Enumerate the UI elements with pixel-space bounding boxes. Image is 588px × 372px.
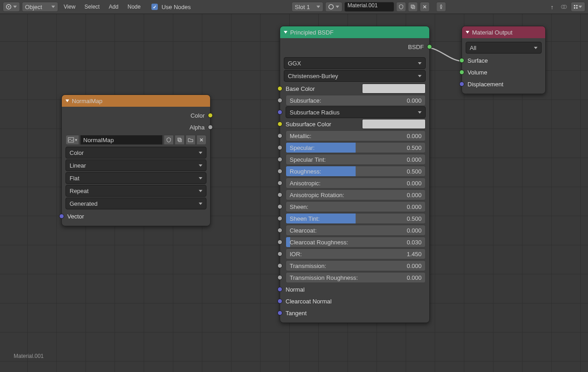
- topbar: Object View Select Add Node Use Nodes Sl…: [0, 0, 588, 14]
- output-alpha[interactable]: Alpha: [65, 121, 206, 133]
- duplicate-icon[interactable]: [408, 2, 418, 12]
- breadcrumb: Material.001: [14, 353, 44, 359]
- menu-add[interactable]: Add: [105, 4, 122, 10]
- unlink-image-icon[interactable]: [196, 135, 206, 145]
- node-title: Principled BSDF: [290, 29, 333, 36]
- socket-icon[interactable]: [277, 145, 282, 150]
- coordinates-dropdown[interactable]: Generated: [65, 198, 206, 209]
- socket-icon[interactable]: [277, 287, 282, 292]
- image-name-field[interactable]: NormalMap: [80, 135, 163, 145]
- menu-node[interactable]: Node: [124, 4, 145, 10]
- socket-icon[interactable]: [277, 157, 282, 162]
- socket-icon[interactable]: [277, 311, 282, 316]
- socket-icon[interactable]: [277, 240, 282, 245]
- shield-icon[interactable]: [396, 2, 406, 12]
- socket-icon[interactable]: [277, 228, 282, 233]
- socket-icon[interactable]: [277, 216, 282, 221]
- socket-icon[interactable]: [277, 193, 282, 198]
- subsurface-slider[interactable]: Subsurface:0.000: [286, 95, 426, 106]
- target-dropdown[interactable]: All: [466, 42, 542, 54]
- overlay-icon[interactable]: [559, 2, 569, 12]
- distribution-dropdown[interactable]: GGX: [284, 57, 426, 69]
- use-nodes-checkbox[interactable]: [151, 4, 158, 10]
- socket-icon[interactable]: [277, 275, 282, 280]
- socket-icon[interactable]: [277, 122, 282, 127]
- slot-dropdown[interactable]: Slot 1: [291, 2, 323, 12]
- socket-vector[interactable]: [59, 214, 64, 219]
- specular-tint-slider[interactable]: Specular Tint:0.000: [286, 154, 426, 165]
- socket-icon[interactable]: [277, 299, 282, 304]
- node-header[interactable]: NormalMap: [62, 95, 210, 107]
- transmission-roughness-slider[interactable]: Transmission Roughness:0.000: [286, 272, 426, 283]
- specular-slider[interactable]: Specular:0.500: [286, 142, 426, 153]
- socket-volume[interactable]: [459, 70, 464, 75]
- clearcoat-slider[interactable]: Clearcoat:0.000: [286, 225, 426, 236]
- interpolation-dropdown[interactable]: Linear: [65, 159, 206, 171]
- input-displacement[interactable]: Displacement: [466, 78, 542, 90]
- node-principled-bsdf[interactable]: Principled BSDF BSDF GGX Christensen-Bur…: [280, 26, 430, 323]
- fake-user-icon[interactable]: [164, 135, 174, 145]
- output-color[interactable]: Color: [65, 109, 206, 121]
- projection-dropdown[interactable]: Flat: [65, 172, 206, 184]
- socket-icon[interactable]: [277, 252, 282, 257]
- socket-bsdf[interactable]: [427, 45, 432, 50]
- node-header[interactable]: Principled BSDF: [280, 26, 429, 38]
- anisotropic-slider[interactable]: Anisotropic:0.000: [286, 178, 426, 188]
- socket-icon[interactable]: [277, 263, 282, 268]
- svg-point-1: [8, 6, 10, 8]
- duplicate-image-icon[interactable]: [175, 135, 185, 145]
- sheen-tint-slider[interactable]: Sheen Tint:0.500: [286, 213, 426, 224]
- input-subsurface-radius[interactable]: Subsurface Radius: [284, 106, 426, 118]
- clearcoat-roughness-slider[interactable]: Clearcoat Roughness:0.030: [286, 237, 426, 248]
- mode-dropdown[interactable]: Object: [22, 2, 58, 12]
- metallic-slider[interactable]: Metallic:0.000: [286, 130, 426, 141]
- svg-point-2: [329, 5, 333, 9]
- node-header[interactable]: Material Output: [462, 26, 545, 38]
- material-name-field[interactable]: Material.001: [344, 2, 394, 12]
- ior-slider[interactable]: IOR:1.450: [286, 248, 426, 259]
- snap-options-dropdown[interactable]: [571, 2, 585, 12]
- socket-icon[interactable]: [277, 98, 282, 103]
- menu-select[interactable]: Select: [81, 4, 103, 10]
- subsurface-color-swatch[interactable]: [362, 119, 426, 129]
- socket-displacement[interactable]: [459, 82, 464, 87]
- sheen-slider[interactable]: Sheen:0.000: [286, 201, 426, 212]
- sss-method-dropdown[interactable]: Christensen-Burley: [284, 70, 426, 82]
- socket-surface[interactable]: [459, 58, 464, 63]
- input-vector[interactable]: Vector: [65, 210, 206, 222]
- input-subsurface-color[interactable]: Subsurface Color: [284, 118, 426, 130]
- input-surface[interactable]: Surface: [466, 55, 542, 66]
- open-image-icon[interactable]: [186, 135, 196, 145]
- socket-icon[interactable]: [277, 110, 282, 115]
- anisotropic-rotation-slider[interactable]: Anisotropic Rotation:0.000: [286, 189, 426, 200]
- input-tangent[interactable]: Tangent: [284, 307, 426, 319]
- menu-view[interactable]: View: [60, 4, 79, 10]
- svg-rect-10: [576, 5, 578, 6]
- input-normal[interactable]: Normal: [284, 283, 426, 295]
- socket-icon[interactable]: [277, 169, 282, 174]
- transmission-slider[interactable]: Transmission:0.000: [286, 260, 426, 271]
- input-volume[interactable]: Volume: [466, 66, 542, 78]
- socket-alpha[interactable]: [208, 125, 213, 130]
- pin-icon[interactable]: [436, 2, 446, 12]
- roughness-slider[interactable]: Roughness:0.500: [286, 166, 426, 177]
- unlink-icon[interactable]: [420, 2, 430, 12]
- use-nodes-label: Use Nodes: [161, 4, 191, 10]
- socket-icon[interactable]: [277, 86, 282, 91]
- socket-icon[interactable]: [277, 134, 282, 139]
- image-browse-dropdown[interactable]: ▾: [65, 135, 79, 145]
- arrow-up-icon[interactable]: ↑: [547, 2, 557, 12]
- socket-icon[interactable]: [277, 181, 282, 186]
- extension-dropdown[interactable]: Repeat: [65, 185, 206, 197]
- material-browse-dropdown[interactable]: [325, 2, 342, 12]
- socket-icon[interactable]: [277, 204, 282, 209]
- input-clearcoat-normal[interactable]: Clearcoat Normal: [284, 295, 426, 307]
- editor-type-dropdown[interactable]: [3, 2, 20, 12]
- colorspace-dropdown[interactable]: Color: [65, 147, 206, 159]
- node-material-output[interactable]: Material Output All Surface Volume Displ…: [462, 26, 546, 94]
- input-base-color[interactable]: Base Color: [284, 83, 426, 94]
- socket-color[interactable]: [208, 113, 213, 118]
- base-color-swatch[interactable]: [362, 84, 426, 94]
- output-bsdf[interactable]: BSDF: [284, 41, 426, 53]
- node-normalmap[interactable]: NormalMap Color Alpha ▾ NormalMap Color …: [61, 94, 211, 226]
